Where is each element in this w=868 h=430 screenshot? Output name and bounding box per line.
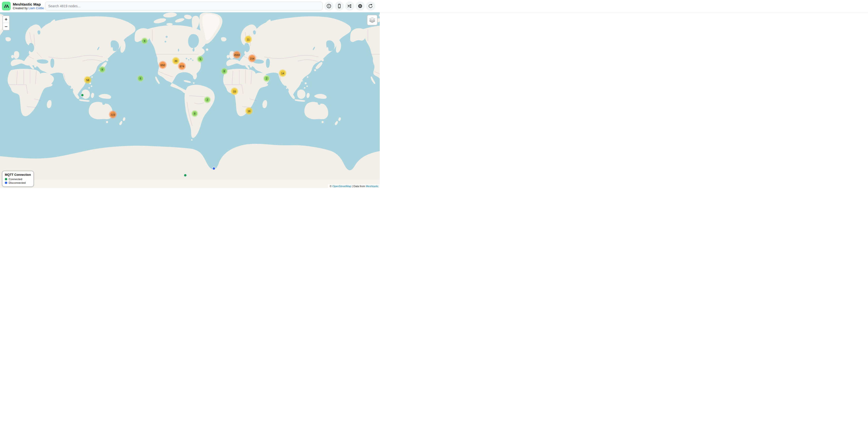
info-button[interactable] [324, 1, 334, 11]
map-attribution: © OpenStreetMap | Data from Meshtastic [328, 184, 380, 188]
legend-item-connected: Connected [5, 178, 31, 180]
cluster-marker[interactable]: 2693 [233, 51, 241, 59]
device-button[interactable] [335, 1, 344, 11]
cluster-marker[interactable]: 39 [172, 57, 180, 65]
connected-dot-icon [5, 178, 7, 180]
world-map [0, 12, 380, 188]
legend-item-disconnected: Disconnected [5, 181, 31, 184]
cluster-marker[interactable]: 6 [137, 75, 144, 82]
disconnected-dot-icon [5, 181, 7, 184]
shuffle-icon [347, 3, 352, 9]
cluster-marker[interactable]: 11 [245, 36, 252, 43]
cluster-marker[interactable]: 9 [99, 66, 105, 73]
mqtt-legend: MQTT Connection Connected Disconnected [2, 171, 34, 187]
mqtt-legend-title: MQTT Connection [5, 173, 31, 176]
smartphone-icon [337, 3, 342, 9]
zoom-control: + − [2, 15, 10, 31]
cluster-marker[interactable]: 874 [178, 62, 186, 70]
osm-link[interactable]: OpenStreetMap [332, 185, 351, 188]
cluster-marker[interactable]: 33 [231, 88, 238, 95]
author-link[interactable]: Liam Cottle [29, 6, 44, 10]
cluster-marker[interactable]: 8 [221, 68, 228, 74]
layers-control[interactable] [367, 15, 378, 25]
zoom-in-button[interactable]: + [3, 16, 9, 23]
cluster-marker[interactable]: 14 [279, 69, 286, 77]
refresh-icon [368, 3, 373, 9]
cluster-marker[interactable]: 223 [109, 111, 117, 119]
search-input[interactable] [45, 2, 322, 10]
node-marker-connected[interactable] [184, 174, 187, 177]
header-actions [324, 1, 375, 11]
cluster-marker[interactable]: 16 [245, 107, 253, 115]
cluster-marker[interactable]: 2 [204, 96, 211, 103]
map-canvas[interactable]: + − 939650874511269315481423395862816223… [0, 12, 380, 188]
app-title: Meshtastic Map [13, 2, 44, 6]
cluster-marker[interactable]: 8 [191, 110, 198, 117]
node-marker-connected[interactable] [81, 94, 84, 97]
zoom-out-button[interactable]: − [3, 23, 9, 30]
cluster-marker[interactable]: 154 [248, 55, 256, 63]
meshtastic-link[interactable]: Meshtastic [366, 185, 378, 188]
cluster-marker[interactable]: 650 [159, 61, 167, 69]
node-marker-disconnected[interactable] [212, 167, 216, 170]
info-icon [326, 3, 332, 9]
settings-button[interactable] [355, 1, 365, 11]
brand: Meshtastic Map Created by Liam Cottle [0, 2, 45, 10]
cluster-marker[interactable]: 5 [197, 56, 204, 63]
refresh-button[interactable] [366, 1, 375, 11]
cluster-marker[interactable]: 58 [84, 76, 92, 84]
meshtastic-logo-icon [2, 2, 11, 10]
shuffle-button[interactable] [345, 1, 354, 11]
cluster-marker[interactable]: 2 [263, 75, 270, 82]
app-header: Meshtastic Map Created by Liam Cottle [0, 0, 380, 12]
app-byline: Created by Liam Cottle [13, 6, 44, 10]
cluster-marker[interactable]: 9 [141, 37, 148, 44]
gear-icon [358, 3, 363, 9]
layers-icon [369, 17, 376, 23]
